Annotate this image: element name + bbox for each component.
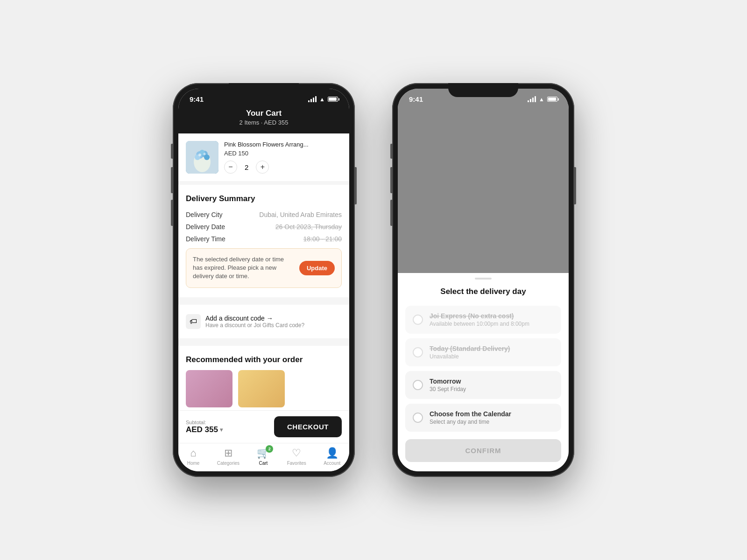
tomorrow-subtitle: 30 Sept Friday: [430, 386, 554, 392]
phones-container: 9:41 ▲ Your Cart 2 Items · AED 355: [173, 83, 574, 477]
calendar-title: Choose from the Calendar: [430, 410, 554, 418]
delivery-date-value: 26 Oct 2023, Thursday: [275, 223, 342, 231]
delivery-alert: The selected delivery date or time has e…: [186, 248, 342, 288]
delivery-date-label: Delivery Date: [186, 223, 225, 231]
tab-bar: ⌂ Home ⊞ Categories 🛒 2 Cart: [178, 443, 349, 471]
notch-2: [448, 83, 518, 97]
delivery-summary-title: Delivery Summary: [186, 194, 342, 203]
tab-favorites-label: Favorites: [287, 461, 306, 466]
radio-calendar: [413, 413, 423, 423]
discount-title: Add a discount code →: [205, 315, 342, 322]
delivery-option-joi-express[interactable]: Joi Express (No extra cost) Available be…: [405, 306, 561, 334]
cart-subtitle: 2 Items · AED 355: [188, 119, 340, 126]
delivery-screen: 9:41 ▲ Select the delivery day: [398, 89, 569, 471]
cart-item-price: AED 150: [224, 150, 342, 157]
wifi-icon-2: ▲: [539, 96, 544, 103]
subtotal-chevron-icon: ▾: [220, 427, 223, 433]
svg-point-8: [204, 153, 206, 155]
cart-icon: 🛒 2: [257, 447, 269, 459]
delivery-option-calendar[interactable]: Choose from the Calendar Select any day …: [405, 404, 561, 432]
svg-point-7: [198, 154, 201, 156]
confirm-button[interactable]: CONFIRM: [405, 439, 561, 462]
quantity-decrease-btn[interactable]: −: [224, 161, 237, 174]
delivery-city-row: Delivery City Dubai, United Arab Emirate…: [186, 211, 342, 218]
svg-point-5: [204, 154, 210, 160]
delivery-option-today[interactable]: Today (Standard Delivery) Unavailable: [405, 338, 561, 366]
radio-tomorrow: [413, 380, 423, 390]
tab-cart[interactable]: 🛒 2 Cart: [257, 447, 269, 466]
tab-categories[interactable]: ⊞ Categories: [217, 447, 240, 466]
cart-item-info: Pink Blossom Flowers Arrang... AED 150 −…: [224, 141, 342, 174]
delivery-summary-section: Delivery Summary Delivery City Dubai, Un…: [178, 185, 349, 297]
quantity-increase-btn[interactable]: +: [256, 161, 269, 174]
today-title: Today (Standard Delivery): [430, 345, 554, 352]
discount-section[interactable]: 🏷 Add a discount code → Have a discount …: [178, 305, 349, 338]
tab-cart-label: Cart: [259, 461, 268, 466]
tab-account[interactable]: 👤 Account: [324, 447, 340, 466]
account-icon: 👤: [326, 447, 338, 459]
sheet-title: Select the delivery day: [398, 287, 569, 306]
delivery-city-value: Dubai, United Arab Emirates: [259, 211, 342, 218]
recommended-item-1: [186, 370, 233, 407]
recommended-section: Recommended with your order: [178, 346, 349, 410]
delivery-options: Joi Express (No extra cost) Available be…: [398, 306, 569, 432]
gray-overlay: [398, 105, 569, 273]
status-icons: ▲: [308, 96, 338, 103]
checkout-button[interactable]: CHECKOUT: [274, 416, 342, 437]
cart-badge: 2: [266, 445, 273, 453]
recommended-items: [186, 370, 342, 407]
cart-content: Pink Blossom Flowers Arrang... AED 150 −…: [178, 133, 349, 410]
radio-today: [413, 347, 423, 357]
favorites-icon: ♡: [292, 447, 301, 459]
subtotal-amount: AED 355 ▾: [186, 425, 268, 434]
phone-delivery: 9:41 ▲ Select the delivery day: [392, 83, 574, 477]
signal-icon-2: [528, 96, 536, 102]
subtotal-area[interactable]: Subtotal: AED 355 ▾: [186, 420, 268, 434]
recommended-img-2: [238, 370, 285, 407]
delivery-time-label: Delivery Time: [186, 235, 226, 243]
update-button[interactable]: Update: [299, 261, 335, 275]
tab-favorites[interactable]: ♡ Favorites: [287, 447, 306, 466]
section-divider-2: [178, 342, 349, 346]
checkout-bar: Subtotal: AED 355 ▾ CHECKOUT: [178, 411, 349, 443]
cart-header: Your Cart 2 Items · AED 355: [178, 105, 349, 133]
subtotal-label: Subtotal:: [186, 420, 268, 425]
today-subtitle: Unavailable: [430, 353, 554, 360]
calendar-subtitle: Select any day and time: [430, 419, 554, 425]
calendar-text: Choose from the Calendar Select any day …: [430, 410, 554, 425]
joi-express-title: Joi Express (No extra cost): [430, 312, 554, 320]
recommended-title: Recommended with your order: [186, 355, 342, 364]
delivery-day-sheet: Select the delivery day Joi Express (No …: [398, 273, 569, 471]
discount-subtitle: Have a discount or Joi Gifts Card code?: [205, 322, 342, 329]
battery-icon-2: [547, 97, 557, 102]
joi-express-text: Joi Express (No extra cost) Available be…: [430, 312, 554, 327]
delivery-option-tomorrow[interactable]: Tomorrow 30 Sept Friday: [405, 371, 561, 399]
alert-text: The selected delivery date or time has e…: [193, 255, 294, 281]
delivery-time-value: 18:00 - 21:00: [303, 235, 342, 243]
discount-text: Add a discount code → Have a discount or…: [205, 315, 342, 329]
sheet-handle: [475, 278, 492, 280]
signal-icon: [308, 96, 317, 102]
tab-home[interactable]: ⌂ Home: [187, 447, 200, 466]
categories-icon: ⊞: [224, 447, 233, 459]
cart-item-image: [186, 141, 218, 174]
tab-home-label: Home: [187, 461, 200, 466]
status-icons-2: ▲: [528, 96, 557, 103]
section-divider: [178, 301, 349, 305]
cart-item-name: Pink Blossom Flowers Arrang...: [224, 141, 342, 148]
cart-item-card: Pink Blossom Flowers Arrang... AED 150 −…: [178, 133, 349, 181]
cart-title: Your Cart: [188, 109, 340, 118]
discount-row: 🏷 Add a discount code → Have a discount …: [186, 314, 342, 329]
recommended-item-2: [238, 370, 285, 407]
today-text: Today (Standard Delivery) Unavailable: [430, 345, 554, 360]
notch: [229, 83, 299, 97]
quantity-value: 2: [245, 163, 248, 171]
tomorrow-title: Tomorrow: [430, 378, 554, 385]
radio-joi-express: [413, 315, 423, 325]
delivery-time-row: Delivery Time 18:00 - 21:00: [186, 235, 342, 243]
discount-icon: 🏷: [186, 314, 201, 329]
tomorrow-text: Tomorrow 30 Sept Friday: [430, 378, 554, 392]
status-time: 9:41: [190, 95, 204, 103]
joi-express-subtitle: Available between 10:00pm and 8:00pm: [430, 321, 554, 327]
status-time-2: 9:41: [409, 95, 423, 103]
